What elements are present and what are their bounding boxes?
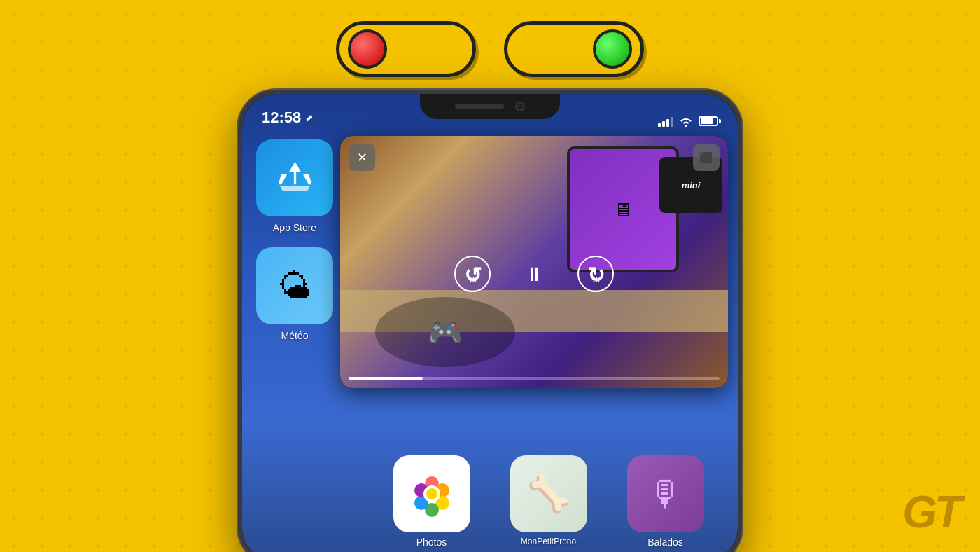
app-store-label: App Store bbox=[273, 222, 316, 233]
video-controls-overlay: ✕ ⬛ ↺ 15 ⏸ ↻ 15 bbox=[340, 136, 728, 388]
video-player[interactable]: 🖥 mini 🎮 ✕ ⬛ ↺ 15 ⏸ bbox=[340, 136, 728, 388]
balados-app-wrapper[interactable]: 🎙 Balados bbox=[627, 455, 704, 548]
monpetit-label: MonPetitProno bbox=[521, 537, 576, 546]
podcast-icon: 🎙 bbox=[648, 474, 683, 514]
app-store-icon[interactable] bbox=[256, 139, 333, 216]
toggle-switch-off[interactable] bbox=[336, 21, 476, 77]
svg-point-8 bbox=[426, 488, 438, 499]
meteo-label: Météo bbox=[281, 330, 309, 341]
video-skip-back-button[interactable]: ↺ 15 bbox=[454, 256, 491, 292]
power-button bbox=[741, 199, 742, 255]
photos-flower-icon bbox=[407, 469, 456, 518]
photos-label: Photos bbox=[416, 537, 447, 548]
gt-logo: GT bbox=[902, 486, 959, 538]
video-airplay-button[interactable]: ⬛ bbox=[693, 144, 720, 171]
skip-back-seconds: 15 bbox=[468, 276, 476, 284]
toggle-knob-red bbox=[348, 29, 387, 69]
monpetit-icon[interactable]: 🦴 bbox=[510, 455, 587, 532]
video-controls-bottom bbox=[349, 377, 720, 380]
video-progress-fill bbox=[349, 377, 423, 380]
video-progress-bar[interactable] bbox=[349, 377, 720, 380]
video-skip-forward-button[interactable]: ↻ 15 bbox=[578, 256, 614, 292]
toggle-switch-on[interactable] bbox=[504, 21, 644, 77]
balados-label: Balados bbox=[648, 537, 683, 548]
battery-icon bbox=[699, 116, 718, 126]
monpetit-app-wrapper[interactable]: 🦴 MonPetitProno bbox=[510, 455, 587, 548]
wifi-icon bbox=[679, 116, 693, 127]
video-controls-middle: ↺ 15 ⏸ ↻ 15 bbox=[349, 256, 720, 292]
app-grid-left: App Store 🌤 Météo bbox=[256, 139, 333, 341]
phone-frame: 12:58 ⬈ bbox=[238, 90, 742, 552]
notch-camera bbox=[515, 102, 525, 111]
video-pause-button[interactable]: ⏸ bbox=[519, 258, 550, 289]
dock-apps: Photos 🦴 MonPetitProno 🎙 Balados bbox=[242, 455, 738, 548]
status-icons bbox=[658, 116, 718, 127]
phone-screen: 12:58 ⬈ bbox=[242, 94, 738, 552]
meteo-icon[interactable]: 🌤 bbox=[256, 247, 333, 324]
notch-speaker bbox=[455, 104, 504, 109]
photos-app-wrapper[interactable]: Photos bbox=[393, 455, 470, 548]
toggle-knob-green bbox=[593, 29, 632, 69]
skip-forward-seconds: 15 bbox=[592, 276, 599, 284]
video-controls-top: ✕ ⬛ bbox=[349, 144, 720, 171]
volume-button bbox=[238, 178, 239, 213]
phone-notch bbox=[420, 94, 560, 119]
balados-icon[interactable]: 🎙 bbox=[627, 455, 704, 532]
toggles-container bbox=[336, 21, 644, 77]
location-arrow-icon: ⬈ bbox=[305, 112, 314, 123]
app-store-icon-wrapper[interactable]: App Store bbox=[256, 139, 333, 233]
video-close-button[interactable]: ✕ bbox=[349, 144, 375, 171]
meteo-emoji: 🌤 bbox=[278, 267, 312, 305]
signal-bars-icon bbox=[658, 116, 673, 127]
meteo-icon-wrapper[interactable]: 🌤 Météo bbox=[256, 247, 333, 341]
app-store-svg bbox=[272, 156, 318, 201]
status-time: 12:58 bbox=[262, 109, 301, 127]
photos-icon[interactable] bbox=[393, 455, 470, 532]
